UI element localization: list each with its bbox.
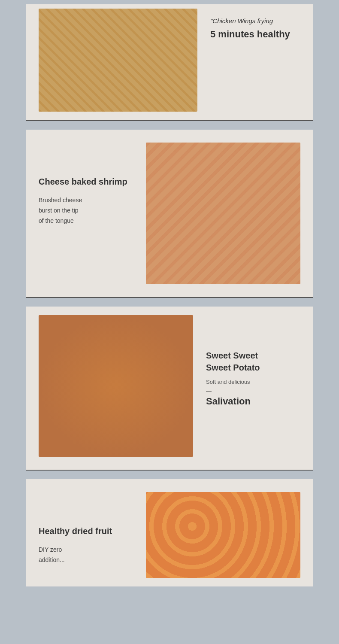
sweet-potato-text: Sweet Sweet Sweet Potato Soft and delici… <box>193 315 313 416</box>
gap-3 <box>0 471 339 479</box>
dried-fruit-desc: DIY zero addition... <box>39 545 137 565</box>
chicken-wings-text: "Chicken Wings frying 5 minutes healthy <box>197 9 313 49</box>
cheese-shrimp-text: Cheese baked shrimp Brushed cheese burst… <box>26 143 146 234</box>
desc-line-3: of the tongue <box>39 217 74 224</box>
dried-fruit-card: Healthy dried fruit DIY zero addition... <box>26 479 313 586</box>
sweet-potato-title: Sweet Sweet Sweet Potato <box>206 349 305 374</box>
cheese-shrimp-desc: Brushed cheese burst on the tip of the t… <box>39 195 137 226</box>
sweet-potato-salivation: Salivation <box>206 396 305 407</box>
sweet-potato-subtitle: Soft and delicious <box>206 379 305 385</box>
sweet-potato-card: Sweet Sweet Sweet Potato Soft and delici… <box>26 307 313 470</box>
desc-line-1: Brushed cheese <box>39 197 82 204</box>
top-gap <box>0 0 339 4</box>
gap-1 <box>0 121 339 130</box>
chicken-wings-image <box>39 9 197 112</box>
sweet-potato-dash: — <box>206 388 305 394</box>
cheese-shrimp-title: Cheese baked shrimp <box>39 177 137 187</box>
gap-2 <box>0 298 339 307</box>
dried-fruit-image <box>146 492 300 578</box>
cheese-shrimp-card: Cheese baked shrimp Brushed cheese burst… <box>26 130 313 297</box>
dried-fruit-desc-1: DIY zero <box>39 546 62 553</box>
cheese-shrimp-image <box>146 143 300 284</box>
chicken-wings-subtitle: 5 minutes healthy <box>210 29 305 40</box>
dried-fruit-title: Healthy dried fruit <box>39 526 137 536</box>
chicken-wings-title: "Chicken Wings frying <box>210 17 305 24</box>
sweet-potato-image <box>39 315 193 457</box>
dried-fruit-desc-2: addition... <box>39 556 65 563</box>
chicken-wings-card: "Chicken Wings frying 5 minutes healthy <box>26 4 313 120</box>
desc-line-2: burst on the tip <box>39 207 79 214</box>
dried-fruit-text: Healthy dried fruit DIY zero addition... <box>26 492 146 574</box>
page-wrapper: "Chicken Wings frying 5 minutes healthy … <box>0 0 339 586</box>
